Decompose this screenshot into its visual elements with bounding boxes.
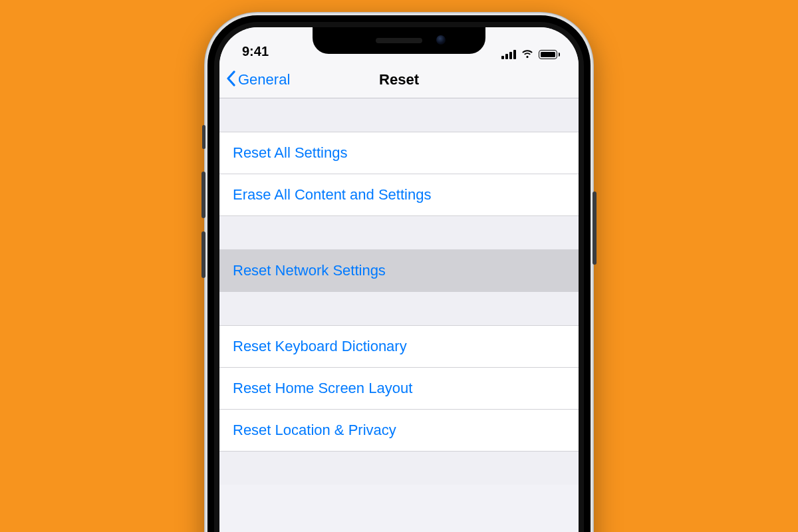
row-label: Reset Home Screen Layout [233,380,412,396]
front-camera [436,35,446,45]
phone-bezel-outer: 9:41 [207,15,591,532]
chevron-left-icon [226,70,237,90]
earpiece-speaker [376,38,422,43]
settings-list: Reset All Settings Erase All Content and… [219,98,579,485]
row-label: Reset Network Settings [233,262,386,279]
nav-title: Reset [379,71,419,88]
notch [313,27,485,54]
reset-keyboard-dictionary-row[interactable]: Reset Keyboard Dictionary [219,325,579,367]
section-gap [219,216,579,249]
power-button[interactable] [593,192,597,265]
section-gap [219,292,579,325]
section-gap [219,452,579,485]
row-label: Reset Location & Privacy [233,422,396,438]
back-label: General [238,71,290,88]
wifi-icon [521,49,534,59]
row-label: Erase All Content and Settings [233,186,431,203]
volume-down-button[interactable] [201,231,205,278]
back-button[interactable]: General [226,62,290,98]
status-indicators [501,49,561,59]
reset-location-privacy-row[interactable]: Reset Location & Privacy [219,409,579,452]
mute-switch[interactable] [202,125,205,149]
row-label: Reset All Settings [233,144,347,161]
stage: 9:41 [0,0,798,532]
status-time: 9:41 [242,44,295,59]
phone-device: 9:41 [204,12,594,532]
reset-all-settings-row[interactable]: Reset All Settings [219,132,579,174]
battery-icon [539,50,561,59]
phone-bezel-inner: 9:41 [214,22,584,532]
erase-all-content-row[interactable]: Erase All Content and Settings [219,174,579,216]
nav-bar: General Reset [219,62,579,98]
section-gap [219,98,579,132]
row-label: Reset Keyboard Dictionary [233,338,407,354]
reset-home-screen-layout-row[interactable]: Reset Home Screen Layout [219,367,579,409]
cellular-signal-icon [501,50,516,59]
screen: 9:41 [219,27,579,532]
reset-network-settings-row[interactable]: Reset Network Settings [219,249,579,292]
volume-up-button[interactable] [201,172,205,218]
